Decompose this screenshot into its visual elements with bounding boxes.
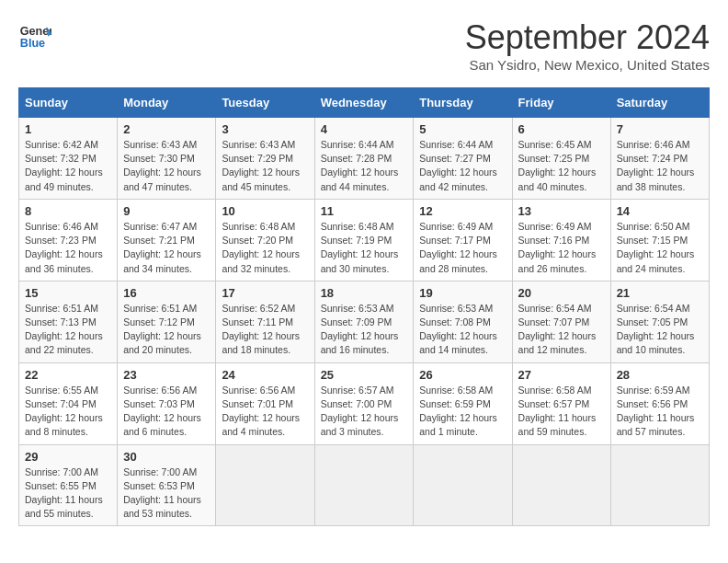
calendar-cell: 30 Sunrise: 7:00 AMSunset: 6:53 PMDaylig… [118, 444, 216, 526]
calendar-cell: 12 Sunrise: 6:49 AMSunset: 7:17 PMDaylig… [414, 199, 512, 281]
day-number: 8 [25, 204, 111, 218]
column-header-tuesday: Tuesday [216, 88, 314, 118]
day-number: 29 [25, 450, 111, 464]
calendar-cell: 16 Sunrise: 6:51 AMSunset: 7:12 PMDaylig… [118, 281, 216, 362]
calendar-cell: 1 Sunrise: 6:42 AMSunset: 7:32 PMDayligh… [19, 118, 118, 200]
day-number: 4 [321, 122, 408, 136]
svg-text:Blue: Blue [20, 37, 45, 50]
logo: General Blue [18, 18, 51, 52]
column-header-thursday: Thursday [414, 88, 512, 118]
day-number: 11 [321, 204, 408, 218]
calendar-cell: 29 Sunrise: 7:00 AMSunset: 6:55 PMDaylig… [19, 444, 118, 526]
day-detail: Sunrise: 6:52 AMSunset: 7:11 PMDaylight:… [222, 303, 300, 356]
calendar-table: SundayMondayTuesdayWednesdayThursdayFrid… [18, 87, 710, 526]
day-detail: Sunrise: 6:58 AMSunset: 6:57 PMDaylight:… [518, 385, 597, 438]
calendar-cell: 14 Sunrise: 6:50 AMSunset: 7:15 PMDaylig… [610, 199, 709, 281]
calendar-week-row: 15 Sunrise: 6:51 AMSunset: 7:13 PMDaylig… [19, 281, 710, 362]
day-number: 3 [222, 122, 308, 136]
calendar-cell [512, 444, 610, 526]
calendar-cell: 21 Sunrise: 6:54 AMSunset: 7:05 PMDaylig… [610, 281, 709, 362]
day-detail: Sunrise: 6:47 AMSunset: 7:21 PMDaylight:… [123, 221, 201, 274]
day-number: 30 [123, 450, 210, 464]
title-block: September 2024 San Ysidro, New Mexico, U… [465, 18, 710, 73]
day-detail: Sunrise: 6:42 AMSunset: 7:32 PMDaylight:… [25, 139, 103, 192]
day-number: 24 [222, 368, 308, 382]
calendar-cell: 10 Sunrise: 6:48 AMSunset: 7:20 PMDaylig… [216, 199, 314, 281]
day-number: 13 [518, 204, 605, 218]
calendar-cell: 2 Sunrise: 6:43 AMSunset: 7:30 PMDayligh… [118, 118, 216, 200]
day-detail: Sunrise: 6:57 AMSunset: 7:00 PMDaylight:… [321, 385, 399, 438]
day-number: 5 [419, 122, 506, 136]
day-detail: Sunrise: 6:51 AMSunset: 7:13 PMDaylight:… [25, 303, 103, 356]
day-number: 12 [419, 204, 506, 218]
day-number: 14 [617, 204, 703, 218]
day-number: 18 [321, 286, 408, 300]
calendar-week-row: 8 Sunrise: 6:46 AMSunset: 7:23 PMDayligh… [19, 199, 710, 281]
calendar-cell: 4 Sunrise: 6:44 AMSunset: 7:28 PMDayligh… [314, 118, 414, 200]
day-number: 6 [518, 122, 605, 136]
calendar-cell: 8 Sunrise: 6:46 AMSunset: 7:23 PMDayligh… [19, 199, 118, 281]
day-detail: Sunrise: 6:43 AMSunset: 7:29 PMDaylight:… [222, 139, 300, 192]
day-detail: Sunrise: 6:53 AMSunset: 7:08 PMDaylight:… [419, 303, 497, 356]
calendar-cell [414, 444, 512, 526]
logo-icon: General Blue [18, 18, 51, 52]
day-detail: Sunrise: 7:00 AMSunset: 6:53 PMDaylight:… [123, 466, 201, 520]
day-number: 28 [617, 368, 703, 382]
day-detail: Sunrise: 6:45 AMSunset: 7:25 PMDaylight:… [518, 139, 597, 192]
day-detail: Sunrise: 6:59 AMSunset: 6:56 PMDaylight:… [617, 385, 695, 438]
day-number: 1 [25, 122, 111, 136]
calendar-week-row: 22 Sunrise: 6:55 AMSunset: 7:04 PMDaylig… [19, 362, 710, 444]
day-detail: Sunrise: 6:55 AMSunset: 7:04 PMDaylight:… [25, 385, 103, 438]
day-number: 9 [123, 204, 210, 218]
calendar-cell: 5 Sunrise: 6:44 AMSunset: 7:27 PMDayligh… [414, 118, 512, 200]
day-number: 23 [123, 368, 210, 382]
day-detail: Sunrise: 6:44 AMSunset: 7:27 PMDaylight:… [419, 139, 497, 192]
day-number: 17 [222, 286, 308, 300]
day-number: 7 [617, 122, 703, 136]
day-number: 10 [222, 204, 308, 218]
column-header-friday: Friday [512, 88, 610, 118]
calendar-cell: 17 Sunrise: 6:52 AMSunset: 7:11 PMDaylig… [216, 281, 314, 362]
day-detail: Sunrise: 6:56 AMSunset: 7:01 PMDaylight:… [222, 385, 300, 438]
day-number: 21 [617, 286, 703, 300]
page-header: General Blue September 2024 San Ysidro, … [18, 18, 710, 73]
calendar-header-row: SundayMondayTuesdayWednesdayThursdayFrid… [19, 88, 710, 118]
calendar-cell: 7 Sunrise: 6:46 AMSunset: 7:24 PMDayligh… [610, 118, 709, 200]
calendar-cell: 23 Sunrise: 6:56 AMSunset: 7:03 PMDaylig… [118, 362, 216, 444]
column-header-saturday: Saturday [610, 88, 709, 118]
calendar-cell: 9 Sunrise: 6:47 AMSunset: 7:21 PMDayligh… [118, 199, 216, 281]
day-detail: Sunrise: 6:46 AMSunset: 7:24 PMDaylight:… [617, 139, 695, 192]
day-detail: Sunrise: 6:56 AMSunset: 7:03 PMDaylight:… [123, 385, 201, 438]
calendar-cell [314, 444, 414, 526]
day-detail: Sunrise: 6:54 AMSunset: 7:05 PMDaylight:… [617, 303, 695, 356]
day-detail: Sunrise: 6:43 AMSunset: 7:30 PMDaylight:… [123, 139, 201, 192]
column-header-sunday: Sunday [19, 88, 118, 118]
day-number: 22 [25, 368, 111, 382]
calendar-cell: 27 Sunrise: 6:58 AMSunset: 6:57 PMDaylig… [512, 362, 610, 444]
calendar-cell [216, 444, 314, 526]
day-number: 19 [419, 286, 506, 300]
day-number: 20 [518, 286, 605, 300]
day-detail: Sunrise: 7:00 AMSunset: 6:55 PMDaylight:… [25, 466, 103, 520]
calendar-cell: 13 Sunrise: 6:49 AMSunset: 7:16 PMDaylig… [512, 199, 610, 281]
day-detail: Sunrise: 6:49 AMSunset: 7:17 PMDaylight:… [419, 221, 497, 274]
column-header-wednesday: Wednesday [314, 88, 414, 118]
calendar-cell: 6 Sunrise: 6:45 AMSunset: 7:25 PMDayligh… [512, 118, 610, 200]
calendar-cell: 22 Sunrise: 6:55 AMSunset: 7:04 PMDaylig… [19, 362, 118, 444]
month-title: September 2024 [465, 18, 710, 57]
day-number: 16 [123, 286, 210, 300]
day-detail: Sunrise: 6:49 AMSunset: 7:16 PMDaylight:… [518, 221, 597, 274]
calendar-cell: 20 Sunrise: 6:54 AMSunset: 7:07 PMDaylig… [512, 281, 610, 362]
calendar-cell: 26 Sunrise: 6:58 AMSunset: 6:59 PMDaylig… [414, 362, 512, 444]
day-detail: Sunrise: 6:46 AMSunset: 7:23 PMDaylight:… [25, 221, 103, 274]
calendar-cell: 19 Sunrise: 6:53 AMSunset: 7:08 PMDaylig… [414, 281, 512, 362]
calendar-cell: 28 Sunrise: 6:59 AMSunset: 6:56 PMDaylig… [610, 362, 709, 444]
calendar-cell: 24 Sunrise: 6:56 AMSunset: 7:01 PMDaylig… [216, 362, 314, 444]
day-number: 25 [321, 368, 408, 382]
day-number: 27 [518, 368, 605, 382]
calendar-cell: 11 Sunrise: 6:48 AMSunset: 7:19 PMDaylig… [314, 199, 414, 281]
day-number: 2 [123, 122, 210, 136]
day-detail: Sunrise: 6:44 AMSunset: 7:28 PMDaylight:… [321, 139, 399, 192]
day-detail: Sunrise: 6:48 AMSunset: 7:19 PMDaylight:… [321, 221, 399, 274]
calendar-cell: 18 Sunrise: 6:53 AMSunset: 7:09 PMDaylig… [314, 281, 414, 362]
